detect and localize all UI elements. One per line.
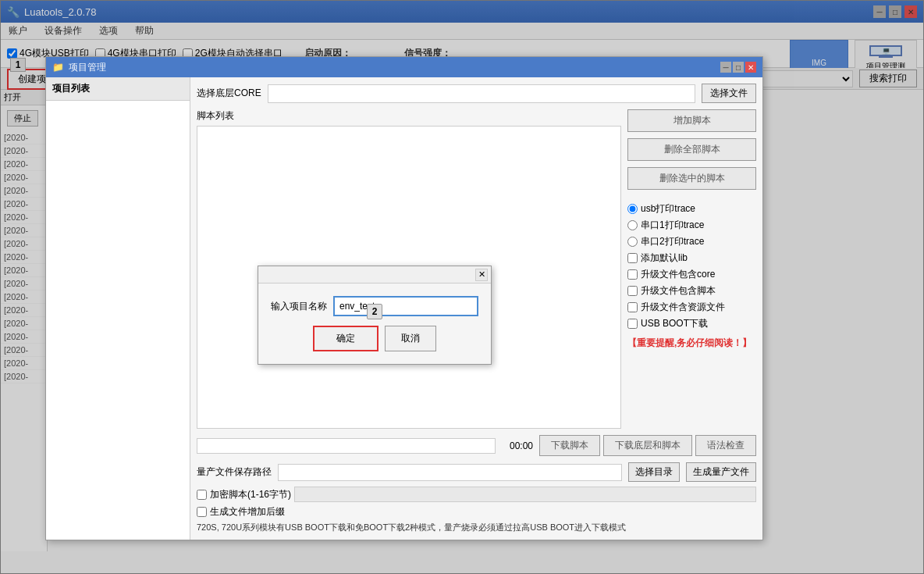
- info-text: 720S, 720U系列模块有USB BOOT下载和免BOOT下载2种模式，量产…: [197, 522, 756, 533]
- encrypt-row: 加密脚本(1-16字节): [197, 487, 756, 502]
- inner-dialog-titlebar: ✕: [258, 266, 491, 283]
- modal-close-button[interactable]: ✕: [745, 62, 756, 73]
- project-list-header: 项目列表: [46, 77, 190, 101]
- bottom-controls: 00:00 下载脚本 下载底层和脚本 语法检查 量产文件保存路径 选择目录 生成…: [197, 435, 756, 533]
- step2-badge: 2: [367, 304, 382, 319]
- options-panel: 增加脚本 删除全部脚本 删除选中的脚本 usb打印trace 串口1打印trac…: [627, 109, 756, 429]
- select-dir-button[interactable]: 选择目录: [628, 462, 680, 482]
- action-buttons: 下载脚本 下载底层和脚本 语法检查: [539, 435, 756, 456]
- time-display: 00:00: [502, 440, 533, 451]
- project-list-content[interactable]: [46, 101, 190, 540]
- radio-serial2-trace[interactable]: 串口2打印trace: [627, 235, 756, 248]
- syntax-check-button[interactable]: 语法检查: [695, 435, 756, 456]
- select-file-button[interactable]: 选择文件: [702, 84, 756, 103]
- production-row: 量产文件保存路径 选择目录 生成量产文件: [197, 462, 756, 482]
- project-name-input[interactable]: [333, 296, 478, 316]
- dialog-buttons: 2 确定 取消: [271, 326, 478, 351]
- core-input[interactable]: [268, 84, 695, 103]
- add-script-button[interactable]: 增加脚本: [627, 109, 756, 132]
- checkbox-upgrade-core[interactable]: 升级文件包含core: [627, 268, 756, 281]
- core-label: 选择底层CORE: [197, 87, 261, 100]
- progress-row: 00:00 下载脚本 下载底层和脚本 语法检查: [197, 435, 756, 456]
- modal-icon: 📁: [52, 62, 64, 73]
- delete-selected-script-button[interactable]: 删除选中的脚本: [627, 167, 756, 190]
- important-notice[interactable]: 【重要提醒,务必仔细阅读！】: [627, 337, 752, 348]
- suffix-checkbox[interactable]: [197, 507, 207, 517]
- checkbox-upgrade-resource[interactable]: 升级文件含资源文件: [627, 301, 756, 314]
- delete-all-scripts-button[interactable]: 删除全部脚本: [627, 138, 756, 161]
- encrypt-input[interactable]: [294, 487, 756, 502]
- inner-dialog-body: 输入项目名称 2 确定 取消: [258, 283, 491, 364]
- modal-maximize-button[interactable]: □: [733, 62, 744, 73]
- encrypt-label: 加密脚本(1-16字节): [210, 488, 291, 501]
- suffix-label: 生成文件增加后缀: [210, 505, 285, 519]
- production-input[interactable]: [278, 464, 622, 481]
- checkbox-usb-boot[interactable]: USB BOOT下载: [627, 317, 756, 330]
- confirm-button[interactable]: 确定: [313, 326, 378, 351]
- inner-dialog: ✕ 输入项目名称 2 确定 取消: [258, 266, 492, 365]
- checkbox-upgrade-script[interactable]: 升级文件包含脚本: [627, 284, 756, 298]
- suffix-row: 生成文件增加后缀: [197, 505, 756, 519]
- modal-title: 项目管理: [69, 61, 106, 74]
- input-label: 输入项目名称: [271, 300, 327, 313]
- download-script-button[interactable]: 下载脚本: [539, 435, 600, 456]
- cancel-button[interactable]: 取消: [385, 326, 436, 351]
- encrypt-checkbox[interactable]: [197, 490, 207, 500]
- modal-minimize-button[interactable]: ─: [720, 62, 731, 73]
- modal-titlebar: 📁 项目管理 ─ □ ✕: [46, 57, 762, 77]
- checkbox-default-lib[interactable]: 添加默认lib: [627, 251, 756, 265]
- radio-usb-trace[interactable]: usb打印trace: [627, 202, 756, 216]
- core-row: 选择底层CORE 选择文件: [197, 84, 756, 103]
- script-section-header: 脚本列表: [197, 109, 621, 123]
- production-label: 量产文件保存路径: [197, 465, 272, 479]
- generate-button[interactable]: 生成量产文件: [686, 462, 756, 482]
- inner-close-button[interactable]: ✕: [475, 269, 488, 281]
- radio-serial1-trace[interactable]: 串口1打印trace: [627, 219, 756, 232]
- project-list-panel: 项目列表: [46, 77, 190, 540]
- progress-bar: [197, 438, 496, 454]
- download-core-script-button[interactable]: 下载底层和脚本: [603, 435, 692, 456]
